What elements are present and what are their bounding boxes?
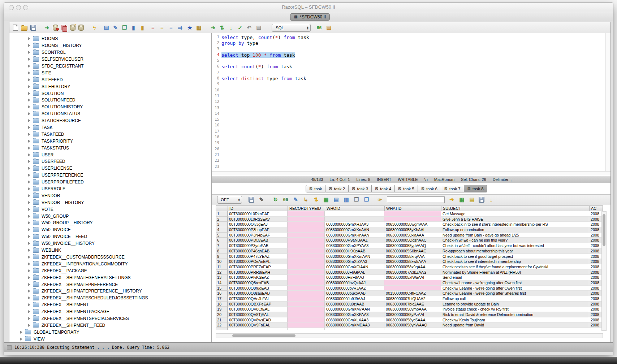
cell-recordtypeid[interactable] (288, 248, 325, 254)
column-header-subject[interactable]: SUBJECT (441, 206, 590, 211)
close-tab-icon[interactable]: ⊠ (421, 187, 424, 191)
disclosure-triangle-icon[interactable] (28, 208, 30, 211)
row-number-cell[interactable]: 9 (216, 254, 228, 259)
cell-subject[interactable]: Leanne to provide update to Bain (441, 302, 589, 307)
disclosure-triangle-icon[interactable] (28, 269, 30, 272)
cell-recordtypeid[interactable] (288, 312, 325, 317)
disclosure-triangle-icon[interactable] (28, 317, 30, 320)
sidebar-item-zkfedex-shipmatepreference[interactable]: ZKFEDEX__SHIPMATEPREFERENCE (9, 281, 211, 288)
disclosure-triangle-icon[interactable] (20, 338, 22, 341)
cell-subject[interactable]: Check-in w/ Ed - can he join this year? (441, 238, 589, 243)
cell-subject[interactable]: Check nexis to see if they've found a re… (441, 264, 589, 270)
disclosure-triangle-icon[interactable] (28, 235, 30, 238)
table-row[interactable]: 800T3000000P46qnEAB0033000000H9i0pAAB006… (216, 248, 603, 254)
copy-table-icon[interactable]: ❒ (363, 196, 370, 203)
cell-subject[interactable]: Need update from David (441, 322, 589, 328)
grid-vertical-scrollbar[interactable] (601, 211, 607, 331)
close-tab-icon[interactable]: ⊠ (398, 187, 401, 191)
sidebar-item-solutionfeed[interactable]: SOLUTIONFEED (9, 97, 211, 104)
cell-recordtypeid[interactable] (288, 270, 325, 275)
disclosure-triangle-icon[interactable] (28, 58, 30, 61)
table-row[interactable]: 1700T3000000QAeJbEAL0033000000Ju9J9AAJ00… (216, 296, 603, 302)
cell-whatid[interactable]: 00630000005xfWaAAI (384, 275, 441, 280)
cell-whoid[interactable]: 0033000000JbukoAAB (325, 291, 384, 296)
sidebar-item-w50-invoice-feed[interactable]: W50_INVOICE__FEED (9, 233, 211, 240)
disclosure-triangle-icon[interactable] (28, 296, 30, 299)
sidebar-item-userrole[interactable]: USERROLE (9, 186, 211, 192)
disclosure-triangle-icon[interactable] (28, 147, 30, 150)
sidebar-item-userfeed[interactable]: USERFEED (9, 158, 211, 165)
cell-id[interactable]: 00T3000000L0RqSEAV (228, 217, 288, 222)
sidebar-item-taskstatus[interactable]: TASKSTATUS (9, 144, 211, 151)
cell-ac[interactable]: 2008 (589, 312, 603, 317)
row-number-cell[interactable]: 4 (216, 227, 228, 233)
statement-type-select[interactable]: SQL ▲▼ (272, 24, 311, 32)
cell-recordtypeid[interactable] (288, 233, 325, 238)
cell-recordtypeid[interactable] (288, 222, 325, 227)
column-list-icon[interactable]: ▤ (333, 196, 340, 203)
sidebar-item-scontrol[interactable]: SCONTROL (9, 49, 211, 56)
cell-whatid[interactable]: 00630000005QgzhAAC (384, 238, 441, 243)
cell-ac[interactable]: 2008 (589, 259, 603, 264)
sidebar-item-zkfedex-shipmatescheduledjobssettings[interactable]: ZKFEDEX__SHIPMATESCHEDULEDJOBSSETTINGS (9, 295, 211, 302)
cell-ac[interactable]: 2008 (589, 291, 603, 296)
column-header-whoid[interactable]: WHOID (325, 206, 385, 211)
table-row[interactable]: 2000T3000000QV8TjEAL0033000000GmXKPAA300… (216, 312, 603, 317)
sidebar-item-global-temporary[interactable]: GLOBAL TEMPORARY (9, 329, 211, 335)
row-number-cell[interactable]: 19 (216, 307, 228, 312)
cell-subject[interactable]: Check w/ Kevin Tsujihara (441, 317, 589, 323)
format-sql-icon[interactable]: ⇉ (177, 24, 184, 31)
table-star-icon[interactable]: ▦ (195, 24, 202, 31)
cell-subject[interactable]: Check w/ Leanne - we're going after Shea… (441, 291, 589, 296)
sidebar-item-sfdc-registrant[interactable]: SFDC_REGISTRANT (9, 63, 211, 70)
cell-ac[interactable]: 2008 (589, 211, 603, 217)
table-row[interactable]: 100T3000000L0RknEAFGet Massage2008 (216, 211, 603, 217)
log-page-icon[interactable]: ▤ (255, 24, 262, 31)
cell-id[interactable]: 00T3000000QV9FaEAL (228, 322, 288, 328)
cell-recordtypeid[interactable] (288, 280, 325, 286)
cell-recordtypeid[interactable] (288, 275, 325, 280)
cell-whatid[interactable]: 00630000007blc2AAE (384, 302, 441, 307)
disclosure-triangle-icon[interactable] (28, 228, 30, 231)
disclosure-triangle-icon[interactable] (28, 119, 30, 122)
reload-table-icon[interactable]: ▦ (323, 196, 329, 203)
cell-recordtypeid[interactable] (288, 302, 325, 307)
cell-ac[interactable]: 2008 (589, 302, 603, 307)
disclosure-triangle-icon[interactable] (28, 105, 30, 108)
cell-subject[interactable]: Send email (441, 275, 589, 280)
sidebar-item-taskpriority[interactable]: TASKPRIORITY (9, 138, 211, 144)
sidebar-item-w50-group[interactable]: W50_GROUP (9, 213, 211, 220)
cell-id[interactable]: 00T3000000Q8sauEAB (228, 291, 288, 296)
cell-recordtypeid[interactable] (288, 322, 325, 328)
column-header-id[interactable]: ID (228, 206, 288, 211)
sidebar-item-staticresource[interactable]: STATICRESOURCE (9, 117, 211, 124)
sort-arrows-icon[interactable]: ⇅ (312, 196, 319, 203)
close-tab-icon[interactable]: ⊠ (375, 187, 378, 191)
cell-whatid[interactable] (384, 286, 441, 291)
disclosure-triangle-icon[interactable] (28, 283, 30, 286)
highlighter-icon[interactable]: ✑ (376, 196, 383, 203)
insert-node-icon[interactable]: ↳ (302, 196, 309, 203)
cell-whatid[interactable]: 006300000058xw5AAA (384, 259, 441, 264)
disclosure-triangle-icon[interactable] (28, 242, 30, 245)
cell-ac[interactable]: 2008 (589, 227, 603, 233)
cell-whatid[interactable]: 006300000058ympAAA (384, 307, 441, 312)
row-number-cell[interactable]: 10 (216, 259, 228, 264)
cell-ac[interactable]: 2008 (589, 296, 603, 302)
cell-id[interactable]: 00T3000000P3yrbEAB (228, 243, 288, 248)
sidebar-item-site[interactable]: SITE (9, 69, 211, 76)
table-row[interactable]: 1900T3000000QV8CfEAL0033000000GmXM7AAN00… (216, 307, 603, 312)
cell-recordtypeid[interactable] (288, 227, 325, 233)
cell-whatid[interactable]: 006300000058xrqAAA (384, 254, 441, 259)
cell-subject[interactable]: Check back in to see if she's interested… (441, 222, 589, 227)
row-number-cell[interactable]: 18 (216, 302, 228, 307)
table-row[interactable]: 200T3000000L0RqSEAVGive Jenn a BIG RAISE… (216, 217, 603, 222)
cell-whatid[interactable]: 006300000058yKhAAI (384, 227, 441, 233)
cell-whoid[interactable]: 0033000000GmXKnAAN (325, 227, 384, 233)
view-glasses-icon[interactable]: 66 (282, 196, 289, 203)
cell-whoid[interactable]: 0033000000GmXOiAAN (325, 264, 384, 270)
cell-whoid[interactable] (325, 217, 384, 222)
cell-subject[interactable]: Need update from Bain - gave go ahead 1/… (441, 233, 589, 238)
table-row[interactable]: 1600T3000000Q8sauEAB0033000000JbukoAAB00… (216, 291, 603, 296)
favorites-star-icon[interactable]: ★ (186, 24, 193, 31)
